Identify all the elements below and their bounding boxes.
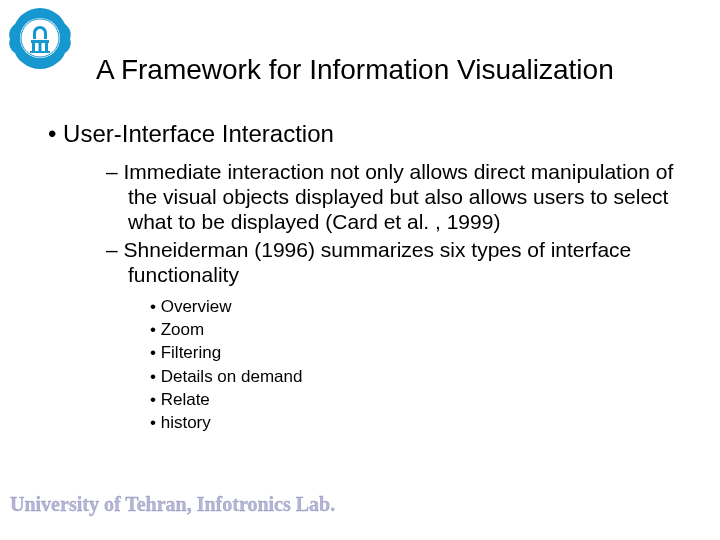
slide-body: User-Interface Interaction Immediate int… bbox=[48, 120, 680, 435]
svg-rect-3 bbox=[32, 43, 35, 51]
bullet-level3: Zoom bbox=[48, 319, 680, 340]
bullet-level2: Immediate interaction not only allows di… bbox=[48, 160, 680, 234]
bullet-level3: Overview bbox=[48, 296, 680, 317]
svg-rect-6 bbox=[30, 51, 50, 53]
footer-watermark: University of Tehran, Infotronics Lab. bbox=[10, 493, 335, 516]
bullet-level1: User-Interface Interaction bbox=[48, 120, 680, 148]
bullet-level3: Relate bbox=[48, 389, 680, 410]
bullet-level2: Shneiderman (1996) summarizes six types … bbox=[48, 238, 680, 288]
bullet-level3: history bbox=[48, 412, 680, 433]
bullet-level3: Filtering bbox=[48, 342, 680, 363]
university-emblem-logo bbox=[8, 6, 72, 70]
svg-rect-5 bbox=[45, 43, 48, 51]
bullet-level3: Details on demand bbox=[48, 366, 680, 387]
slide-title: A Framework for Information Visualizatio… bbox=[96, 54, 614, 86]
svg-rect-2 bbox=[31, 40, 49, 43]
svg-rect-4 bbox=[39, 43, 42, 51]
